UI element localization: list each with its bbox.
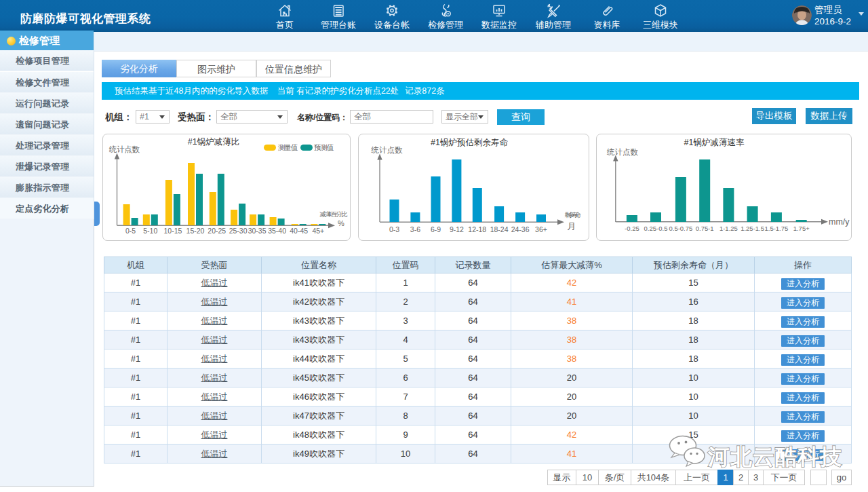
svg-text:45+: 45+: [312, 227, 324, 235]
svg-text:24-36: 24-36: [511, 225, 530, 233]
svg-text:减薄百分比: 减薄百分比: [320, 210, 349, 218]
svg-text:-0.25: -0.25: [625, 225, 639, 232]
svg-text:0.75-1: 0.75-1: [696, 225, 714, 232]
svg-text:统计点数: 统计点数: [606, 148, 639, 156]
svg-text:0-3: 0-3: [389, 225, 399, 233]
svg-text:12-18: 12-18: [468, 225, 486, 233]
svg-text:6-9: 6-9: [431, 225, 441, 233]
svg-text:#1锅炉预估剩余寿命: #1锅炉预估剩余寿命: [431, 138, 508, 147]
svg-text:5-10: 5-10: [143, 227, 157, 235]
svg-text:1-1.25: 1-1.25: [719, 225, 738, 232]
svg-text:河北云酷科技: 河北云酷科技: [707, 444, 842, 469]
svg-text:剩余寿命: 剩余寿命: [564, 211, 581, 219]
svg-text:月: 月: [568, 221, 576, 231]
svg-text:0-5: 0-5: [125, 227, 136, 235]
svg-text:mm/y: mm/y: [829, 217, 850, 227]
svg-text:统计点数: 统计点数: [108, 145, 140, 153]
svg-text:1.75+: 1.75+: [793, 225, 810, 232]
svg-text:10-15: 10-15: [163, 227, 182, 235]
svg-text:25-30: 25-30: [229, 227, 248, 235]
svg-text:1.5-1.75: 1.5-1.75: [764, 225, 788, 232]
svg-text:20-25: 20-25: [208, 227, 226, 235]
svg-text:1.25-1.5: 1.25-1.5: [741, 225, 764, 232]
svg-text:35-40: 35-40: [268, 227, 286, 235]
svg-text:预测值: 预测值: [314, 143, 334, 151]
svg-text:0.25-0.5: 0.25-0.5: [644, 225, 668, 232]
svg-text:3-6: 3-6: [410, 225, 420, 233]
svg-text:15-20: 15-20: [186, 227, 205, 235]
svg-text:18-24: 18-24: [490, 225, 509, 233]
svg-text:统计点数: 统计点数: [371, 146, 403, 154]
svg-text:%: %: [338, 219, 344, 227]
svg-text:#1锅炉减薄比: #1锅炉减薄比: [188, 137, 239, 147]
svg-text:40-45: 40-45: [290, 227, 308, 235]
svg-text:30-35: 30-35: [248, 227, 267, 235]
svg-text:0.5-0.75: 0.5-0.75: [669, 225, 692, 232]
svg-text:36+: 36+: [535, 225, 547, 233]
svg-text:9-12: 9-12: [450, 225, 464, 233]
svg-text:#1锅炉减薄速率: #1锅炉减薄速率: [684, 138, 745, 147]
svg-text:测量值: 测量值: [278, 143, 298, 151]
